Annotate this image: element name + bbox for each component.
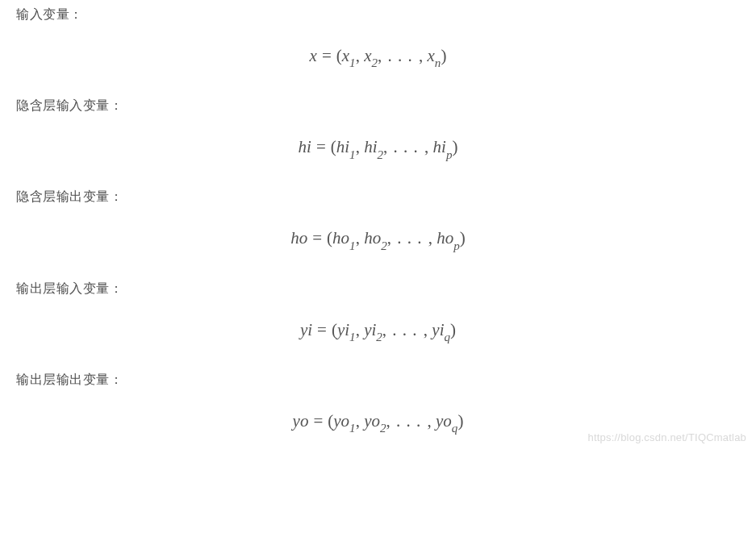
label-input-var: 输入变量： bbox=[16, 6, 740, 23]
sub3: q bbox=[445, 331, 451, 343]
comma: , bbox=[424, 137, 428, 156]
term1: yi bbox=[337, 320, 349, 339]
term3: yo bbox=[436, 411, 452, 431]
comma: , bbox=[424, 320, 428, 339]
term2: yo bbox=[364, 411, 380, 431]
sub1: 1 bbox=[349, 148, 356, 161]
term2: ho bbox=[364, 228, 381, 248]
comma: , bbox=[378, 46, 382, 65]
math-yi: yi=(yi1, yi2, . . . , yiq) bbox=[300, 320, 456, 339]
term1: hi bbox=[336, 137, 349, 156]
math-hi: hi=(hi1, hi2, . . . , hip) bbox=[299, 137, 458, 156]
formula-hidden-in: hi=(hi1, hi2, . . . , hip) bbox=[16, 137, 740, 160]
lhs: hi bbox=[299, 137, 311, 156]
math-yo: yo=(yo1, yo2, . . . , yoq) bbox=[293, 411, 464, 431]
rparen: ) bbox=[460, 228, 466, 248]
comma: , bbox=[382, 320, 386, 339]
lparen: ( bbox=[331, 137, 336, 156]
comma: , bbox=[387, 228, 391, 248]
document-body: 输入变量： x=(x1, x2, . . . , xn) 隐含层输入变量： hi… bbox=[0, 0, 756, 448]
sub3: q bbox=[452, 422, 458, 435]
watermark-text: https://blog.csdn.net/TIQCmatlab bbox=[588, 431, 746, 443]
ellipsis: . . . bbox=[391, 320, 419, 339]
term1: ho bbox=[332, 228, 349, 248]
label-hidden-in: 隐含层输入变量： bbox=[16, 98, 740, 114]
comma: , bbox=[383, 137, 387, 156]
term1: yo bbox=[333, 411, 349, 431]
formula-output-out: yo=(yo1, yo2, . . . , yoq) bbox=[16, 411, 740, 434]
comma: , bbox=[356, 228, 360, 248]
sub1: 1 bbox=[349, 422, 356, 435]
equals-sign: = bbox=[317, 46, 336, 65]
equals-sign: = bbox=[311, 137, 331, 156]
lhs: ho bbox=[290, 228, 307, 248]
term2: hi bbox=[364, 137, 377, 156]
lhs: yo bbox=[293, 411, 309, 431]
term3: yi bbox=[432, 320, 444, 339]
rparen: ) bbox=[441, 46, 446, 65]
equals-sign: = bbox=[308, 411, 328, 431]
equals-sign: = bbox=[307, 228, 327, 248]
sub1: 1 bbox=[349, 331, 356, 343]
lparen: ( bbox=[332, 320, 337, 339]
label-output-in: 输出层输入变量： bbox=[16, 281, 740, 298]
formula-output-in: yi=(yi1, yi2, . . . , yiq) bbox=[16, 320, 740, 343]
comma: , bbox=[356, 137, 360, 156]
rparen: ) bbox=[457, 411, 463, 431]
sub2: 2 bbox=[380, 422, 386, 435]
ellipsis: . . . bbox=[395, 411, 423, 431]
lhs: x bbox=[310, 46, 317, 65]
sub2: 2 bbox=[376, 331, 382, 343]
lparen: ( bbox=[336, 46, 342, 65]
ellipsis: . . . bbox=[392, 137, 420, 156]
sub1: 1 bbox=[349, 239, 356, 252]
sub2: 2 bbox=[381, 239, 387, 252]
lhs: yi bbox=[300, 320, 312, 339]
math-x: x=(x1, x2, . . . , xn) bbox=[310, 46, 447, 65]
comma: , bbox=[356, 46, 360, 65]
sub3: p bbox=[446, 148, 453, 161]
sub2: 2 bbox=[371, 56, 378, 69]
comma: , bbox=[386, 411, 391, 431]
rparen: ) bbox=[450, 320, 456, 339]
formula-input-var: x=(x1, x2, . . . , xn) bbox=[16, 46, 740, 69]
ellipsis: . . . bbox=[395, 228, 424, 248]
label-output-out: 输出层输出变量： bbox=[16, 372, 740, 389]
term3: hi bbox=[433, 137, 446, 156]
comma: , bbox=[419, 46, 423, 65]
formula-hidden-out: ho=(ho1, ho2, . . . , hop) bbox=[16, 228, 740, 251]
term1: x bbox=[342, 46, 349, 65]
sub3: p bbox=[453, 239, 460, 252]
sub3: n bbox=[435, 56, 441, 69]
ellipsis: . . . bbox=[386, 46, 415, 65]
comma: , bbox=[428, 411, 432, 431]
sub1: 1 bbox=[349, 56, 356, 69]
comma: , bbox=[356, 411, 360, 431]
term3: ho bbox=[436, 228, 453, 248]
term3: x bbox=[428, 46, 435, 65]
comma: , bbox=[428, 228, 432, 248]
comma: , bbox=[356, 320, 360, 339]
term2: yi bbox=[364, 320, 376, 339]
math-ho: ho=(ho1, ho2, . . . , hop) bbox=[290, 228, 466, 248]
label-hidden-out: 隐含层输出变量： bbox=[16, 189, 740, 206]
rparen: ) bbox=[452, 137, 457, 156]
equals-sign: = bbox=[312, 320, 332, 339]
sub2: 2 bbox=[377, 148, 383, 161]
